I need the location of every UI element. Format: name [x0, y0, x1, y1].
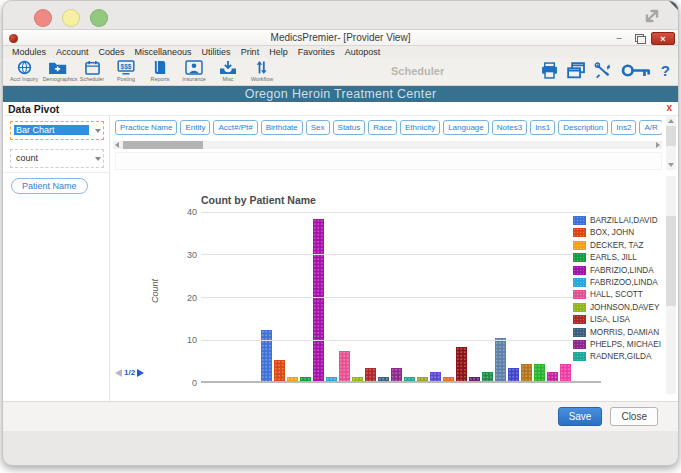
scroll-down-icon[interactable]	[668, 163, 674, 167]
row-field-chip[interactable]: Patient Name	[11, 178, 88, 194]
scrollbar-thumb[interactable]	[666, 126, 676, 146]
bar-patient-18[interactable]	[482, 372, 493, 381]
mac-close-button[interactable]	[34, 9, 52, 27]
bar-patient-15[interactable]	[443, 377, 454, 381]
bar-fabrizio-linda[interactable]	[313, 219, 324, 381]
gridline	[201, 254, 589, 255]
menu-item-autopost[interactable]: Autopost	[340, 47, 386, 57]
bar-patient-23[interactable]	[547, 372, 558, 381]
toolbar-button-workflow[interactable]: Workflow	[245, 59, 279, 82]
menu-item-codes[interactable]: Codes	[94, 47, 130, 57]
bar-patient-19[interactable]	[495, 338, 506, 381]
bar-johnson-davey[interactable]	[352, 377, 363, 381]
legend-page-indicator: 1/2	[124, 368, 135, 377]
toolbar-button-posting[interactable]: $$$Posting	[109, 59, 143, 82]
resize-diagonal-icon[interactable]	[642, 6, 662, 26]
cascade-windows-icon[interactable]	[567, 62, 585, 80]
y-tick-label: 30	[173, 250, 197, 260]
bar-patient-14[interactable]	[430, 372, 441, 381]
bar-earls-jill[interactable]	[300, 377, 311, 381]
toolbar-button-demographics[interactable]: Demographics	[41, 59, 75, 82]
menu-item-help[interactable]: Help	[264, 47, 293, 57]
bar-patient-17[interactable]	[469, 377, 480, 381]
tools-icon[interactable]	[594, 62, 612, 80]
close-window-button[interactable]: ×	[651, 32, 675, 45]
aggregate-select[interactable]: count	[10, 149, 104, 168]
field-chip-ins1[interactable]: Ins1	[530, 120, 555, 135]
field-chip-notes3[interactable]: Notes3	[492, 120, 527, 135]
menu-item-utilities[interactable]: Utilities	[197, 47, 236, 57]
key-icon[interactable]	[621, 62, 652, 80]
scroll-left-icon[interactable]	[115, 142, 119, 148]
scroll-right-icon[interactable]	[656, 142, 660, 148]
bar-patient-16[interactable]	[456, 347, 467, 381]
field-chip-language[interactable]: Language	[443, 120, 489, 135]
horizontal-scrollbar[interactable]	[113, 141, 662, 149]
field-chip-entity[interactable]: Entity	[180, 120, 210, 135]
chevron-down-icon	[95, 157, 101, 161]
toolbar-button-label: Insurance	[179, 76, 210, 81]
legend-swatch	[573, 278, 586, 287]
toolbar-button-reports[interactable]: Reports	[143, 59, 177, 82]
bar-radner-gilda[interactable]	[404, 377, 415, 381]
menu-item-modules[interactable]: Modules	[7, 47, 51, 57]
values-drop-zone[interactable]	[115, 152, 662, 170]
bar-decker-taz[interactable]	[287, 377, 298, 381]
chart-type-select[interactable]: Bar Chart	[10, 121, 104, 140]
field-chip-description[interactable]: Description	[558, 120, 608, 135]
panel-header: Data Pivot x	[3, 102, 678, 116]
toolbar-button-insurance[interactable]: Insurance	[177, 59, 211, 82]
minimize-button[interactable]: –	[611, 33, 627, 45]
bar-patient-24[interactable]	[560, 364, 571, 381]
toolbar-button-label: Reports	[145, 76, 176, 81]
field-chip-status[interactable]: Status	[333, 120, 366, 135]
toolbar-button-acct-inquiry[interactable]: Acct Inquiry	[7, 59, 41, 82]
vertical-scrollbar-upper[interactable]	[666, 116, 676, 170]
scrollbar-thumb[interactable]	[666, 216, 676, 306]
bar-patient-21[interactable]	[521, 364, 532, 381]
legend-prev-page-icon[interactable]	[115, 369, 122, 377]
toolbar-button-misc[interactable]: Misc	[211, 59, 245, 82]
bar-patient-22[interactable]	[534, 364, 545, 381]
toolbar-button-scheduler[interactable]: Scheduler	[75, 59, 109, 82]
menu-item-print[interactable]: Print	[236, 47, 265, 57]
mac-minimize-button[interactable]	[62, 9, 80, 27]
bar-hall-scott[interactable]	[339, 351, 350, 381]
save-button[interactable]: Save	[558, 407, 603, 426]
bar-morris-damian[interactable]	[378, 377, 389, 381]
scrollbar-thumb[interactable]	[123, 141, 203, 149]
panel-close-icon[interactable]: x	[666, 102, 672, 113]
bar-fabrizoo-linda[interactable]	[326, 377, 337, 381]
facility-banner: Oregon Heroin Treatment Center	[3, 86, 678, 102]
legend-swatch	[573, 266, 586, 275]
help-icon[interactable]: ?	[661, 62, 670, 80]
bar-barzillai-david[interactable]	[261, 330, 272, 381]
gridline	[201, 297, 589, 298]
field-chip-ins2[interactable]: Ins2	[611, 120, 636, 135]
field-chip-a-r[interactable]: A/R	[639, 120, 662, 135]
bar-patient-13[interactable]	[417, 377, 428, 381]
field-chip-race[interactable]: Race	[368, 120, 397, 135]
field-chip-birthdate[interactable]: Birthdate	[261, 120, 303, 135]
vertical-scrollbar-chart[interactable]	[666, 176, 676, 394]
menu-item-account[interactable]: Account	[51, 47, 94, 57]
close-button[interactable]: Close	[610, 407, 658, 426]
bar-patient-20[interactable]	[508, 368, 519, 381]
field-chip-acct-pt[interactable]: Acct#/Pt#	[213, 120, 257, 135]
scroll-up-icon[interactable]	[668, 119, 674, 123]
gridline	[201, 340, 589, 341]
workflow-icon	[245, 60, 279, 76]
legend-entry-lisa-lisa: LISA, LISA	[573, 315, 668, 324]
menu-item-miscellaneous[interactable]: Miscellaneous	[130, 47, 197, 57]
field-chip-ethnicity[interactable]: Ethnicity	[400, 120, 440, 135]
field-chip-sex[interactable]: Sex	[306, 120, 330, 135]
field-chip-practice-name[interactable]: Practice Name	[115, 120, 177, 135]
bar-box-john[interactable]	[274, 360, 285, 381]
printer-icon[interactable]	[541, 62, 558, 80]
bar-lisa-lisa[interactable]	[365, 368, 376, 381]
menu-item-favorites[interactable]: Favorites	[293, 47, 340, 57]
legend-next-page-icon[interactable]	[137, 369, 144, 377]
restore-button[interactable]	[631, 33, 647, 45]
mac-zoom-button[interactable]	[90, 9, 108, 27]
bar-phelps-michaei[interactable]	[391, 368, 402, 381]
